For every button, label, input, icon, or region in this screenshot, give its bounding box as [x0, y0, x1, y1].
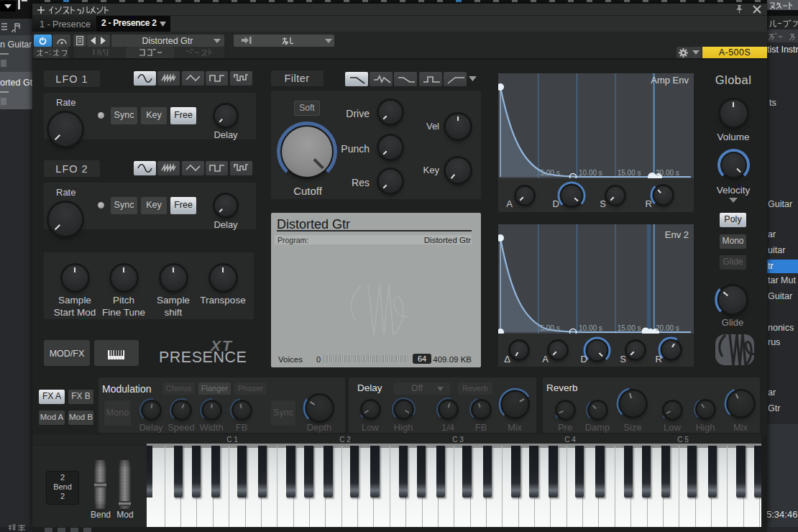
svg-text:10.00 s: 10.00 s [579, 324, 602, 332]
svg-text:15.00 s: 15.00 s [618, 324, 641, 332]
svg-text:5.00 s: 5.00 s [540, 169, 559, 177]
svg-text:20.00 s: 20.00 s [656, 169, 679, 177]
svg-text:5.00 s: 5.00 s [540, 324, 559, 332]
svg-text:10.00 s: 10.00 s [579, 169, 602, 177]
svg-text:15.00 s: 15.00 s [618, 169, 641, 177]
